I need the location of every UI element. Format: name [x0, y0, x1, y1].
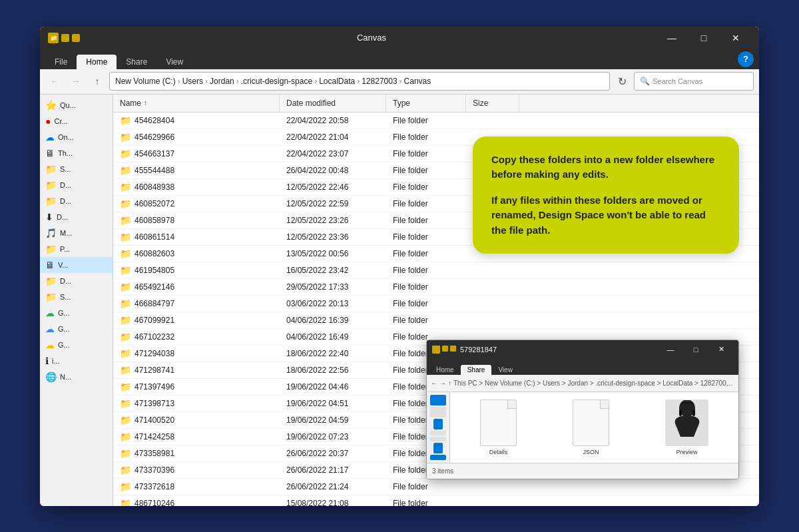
svg-rect-1: [684, 416, 690, 421]
network-icon: 🌐: [45, 372, 57, 382]
music-icon: 🎵: [45, 228, 57, 238]
sidebar-item-d2[interactable]: 📁 D...: [40, 193, 113, 209]
file-cell-name: 📁 454628404: [113, 113, 280, 129]
sidebar-item-s1[interactable]: 📁 S...: [40, 161, 113, 177]
file-cell-date: 19/06/2022 07:23: [280, 429, 386, 445]
sub-close[interactable]: ✕: [709, 342, 733, 357]
table-row[interactable]: 📁 454628404 22/04/2022 20:58 File folder: [113, 113, 759, 129]
help-button[interactable]: ?: [738, 51, 754, 67]
file-cell-name: 📁 460852072: [113, 196, 280, 212]
sidebar-item-s2[interactable]: 📁 S...: [40, 289, 113, 305]
sub-tab-home[interactable]: Home: [429, 365, 461, 375]
quick-icon: ⭐: [45, 100, 57, 111]
file-cell-date: 22/04/2022 23:07: [280, 146, 386, 162]
title-icon-3: [72, 34, 80, 42]
forward-button[interactable]: →: [67, 72, 85, 91]
col-header-size[interactable]: Size: [466, 95, 519, 112]
table-row[interactable]: 📁 466884797 03/06/2022 20:13 File folder: [113, 296, 759, 312]
close-button[interactable]: ✕: [720, 27, 751, 49]
sub-file-details[interactable]: Details: [480, 399, 517, 455]
up-button[interactable]: ↑: [88, 72, 107, 91]
sidebar-item-quick[interactable]: ⭐ Qu...: [40, 97, 113, 113]
folder-s1-icon: 📁: [45, 164, 57, 174]
sidebar-item-gdrive1[interactable]: ☁ G...: [40, 305, 113, 321]
folder-icon: 📁: [120, 431, 131, 442]
sub-sidebar-item-1: [430, 395, 446, 405]
sidebar-item-music[interactable]: 🎵 M...: [40, 225, 113, 241]
folder-icon: 📁: [120, 115, 131, 126]
sub-file-preview[interactable]: Preview: [665, 399, 708, 455]
tab-file[interactable]: File: [45, 55, 77, 69]
search-box[interactable]: 🔍 Search Canvas: [634, 72, 754, 91]
sidebar-item-v1[interactable]: 🖥 V...: [40, 257, 113, 273]
sub-file-json[interactable]: JSON: [573, 399, 609, 455]
table-row[interactable]: 📁 467099921 04/06/2022 16:39 File folder: [113, 312, 759, 329]
folder-icon: 📁: [120, 198, 131, 209]
table-row[interactable]: 📁 461954805 16/05/2022 23:42 File folder: [113, 262, 759, 279]
col-header-type[interactable]: Type: [386, 95, 466, 112]
table-row[interactable]: 📁 473372618 26/06/2022 21:24 File folder: [113, 479, 759, 495]
col-header-date[interactable]: Date modified: [280, 95, 386, 112]
folder-icon: 📁: [120, 232, 131, 242]
file-cell-name: 📁 455544488: [113, 162, 280, 178]
sub-nav-back[interactable]: ←: [431, 380, 437, 387]
table-row[interactable]: 📁 486710246 15/08/2022 21:08 File folder: [113, 495, 759, 506]
file-cell-name: 📁 465492146: [113, 279, 280, 295]
sub-tab-share[interactable]: Share: [461, 365, 492, 375]
sidebar-item-d1[interactable]: 📁 D...: [40, 177, 113, 193]
file-cell-date: 19/06/2022 04:59: [280, 412, 386, 428]
sub-icon-3: [450, 346, 456, 352]
sub-minimize[interactable]: —: [659, 342, 682, 357]
sub-file-icon-json: [573, 399, 609, 446]
file-cell-date: 26/06/2022 21:17: [280, 462, 386, 478]
main-window: 📁 Canvas — □ ✕ File Home Share View ? ← …: [40, 27, 759, 506]
sub-content-area: Details JSON: [450, 392, 738, 463]
table-row[interactable]: 📁 465492146 29/05/2022 17:33 File folder: [113, 279, 759, 296]
sidebar-item-cricut[interactable]: ● Cr...: [40, 113, 113, 129]
sidebar-item-downloads[interactable]: ⬇ D...: [40, 209, 113, 225]
file-cell-date: 18/06/2022 22:56: [280, 362, 386, 378]
sub-address-bar[interactable]: ← → ↑ This PC > New Volume (C:) > Users …: [427, 375, 738, 392]
sidebar-item-p1[interactable]: 📁 P...: [40, 241, 113, 257]
maximize-button[interactable]: □: [688, 27, 719, 49]
file-cell-size: [466, 479, 519, 495]
address-path[interactable]: New Volume (C:) › Users › Jordan › .cric…: [109, 72, 610, 91]
file-cell-name: 📁 460848938: [113, 179, 280, 195]
tab-home[interactable]: Home: [77, 55, 117, 69]
sub-window: 579281847 — □ ✕ Home Share View ← → ↑ Th…: [426, 340, 739, 479]
file-cell-type: File folder: [386, 196, 466, 212]
sidebar-item-network[interactable]: 🌐 N...: [40, 369, 113, 385]
folder-icon: 📁: [120, 132, 131, 142]
file-cell-type: File folder: [386, 296, 466, 312]
sidebar-item-gdrive3[interactable]: ☁ G...: [40, 337, 113, 353]
title-icon-1: 📁: [48, 33, 59, 43]
sidebar-label-quick: Qu...: [60, 101, 76, 109]
file-cell-name: 📁 471294038: [113, 346, 280, 362]
refresh-button[interactable]: ↻: [613, 72, 631, 91]
sidebar-item-thispc[interactable]: 🖥 Th...: [40, 145, 113, 161]
sub-preview-image: [665, 399, 708, 446]
sidebar-item-onedrive[interactable]: ☁ On...: [40, 129, 113, 145]
sub-nav-forward[interactable]: →: [439, 380, 446, 387]
path-part-1: New Volume (C:): [115, 77, 176, 86]
sub-icon-1: [432, 346, 440, 354]
folder-icon: 📁: [120, 248, 131, 259]
file-cell-size: [466, 279, 519, 295]
folder-icon: 📁: [120, 215, 131, 226]
col-header-name[interactable]: Name ↑: [113, 95, 280, 112]
sub-nav-up[interactable]: ↑: [448, 380, 451, 387]
sidebar-item-info[interactable]: ℹ i...: [40, 353, 113, 369]
tab-share[interactable]: Share: [117, 55, 156, 69]
sub-tab-view[interactable]: View: [491, 365, 519, 375]
sidebar-label-cricut: Cr...: [54, 117, 67, 125]
sub-maximize[interactable]: □: [684, 342, 708, 357]
minimize-button[interactable]: —: [657, 27, 687, 49]
path-part-5: LocalData: [319, 77, 355, 86]
file-cell-date: 26/06/2022 20:37: [280, 445, 386, 461]
sort-arrow-icon: ↑: [144, 99, 147, 107]
tab-view[interactable]: View: [156, 55, 192, 69]
file-list-header: Name ↑ Date modified Type Size: [113, 95, 759, 113]
sidebar-item-gdrive2[interactable]: ☁ G...: [40, 321, 113, 337]
back-button[interactable]: ←: [45, 72, 64, 91]
sidebar-item-d3[interactable]: 📁 D...: [40, 273, 113, 289]
